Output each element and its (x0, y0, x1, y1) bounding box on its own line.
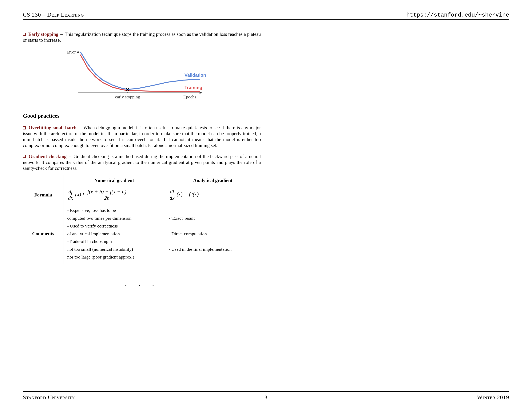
svg-text:Error: Error (66, 50, 76, 55)
chart-svg: ErrorEpochsearly stoppingValidationTrain… (65, 49, 206, 102)
left-column: Early stopping – This regularization tec… (23, 31, 261, 288)
svg-text:early stopping: early stopping (115, 95, 140, 99)
term-overfitting: Overfitting small batch (28, 125, 76, 130)
row-label-comments: Comments (23, 204, 63, 264)
col-numerical: Numerical gradient (63, 175, 165, 186)
svg-text:Training: Training (184, 85, 202, 90)
early-stopping-body: This regularization technique stops the … (23, 32, 261, 43)
dash-separator: – (78, 125, 82, 130)
course-title: CS 230 – Deep Learning (23, 11, 84, 18)
svg-text:Epochs: Epochs (183, 95, 196, 99)
early-stopping-paragraph: Early stopping – This regularization tec… (23, 31, 261, 43)
comments-analytical: - 'Exact' result - Direct computation - … (165, 204, 261, 264)
row-label-formula: Formula (23, 186, 63, 204)
footer-term: Winter 2019 (477, 394, 509, 401)
overfitting-paragraph: Overfitting small batch – When debugging… (23, 125, 261, 149)
early-stopping-chart: ErrorEpochsearly stoppingValidationTrain… (65, 49, 206, 103)
term-gradient-checking: Gradient checking (28, 154, 67, 159)
col-analytical: Analytical gradient (165, 175, 261, 186)
table-comments-row: Comments - Expensive; loss has to be com… (23, 204, 261, 264)
table-header-row: Numerical gradient Analytical gradient (23, 175, 261, 186)
svg-text:Validation: Validation (184, 73, 206, 78)
page-footer: Stanford University 3 Winter 2019 (23, 391, 509, 401)
good-practices-heading: Good practices (23, 112, 261, 119)
dash-separator: – (60, 32, 64, 37)
gradient-table: Numerical gradient Analytical gradient F… (23, 175, 261, 264)
page-number: 3 (265, 394, 267, 401)
term-early-stopping: Early stopping (28, 32, 58, 37)
formula-analytical: dfdx (x) = f ′(x) (165, 186, 261, 204)
comments-numerical: - Expensive; loss has to be computed two… (63, 204, 165, 264)
course-url: https://stanford.edu/~shervine (406, 12, 509, 18)
bookmark-icon (23, 126, 26, 130)
table-empty-header (23, 175, 63, 186)
footer-university: Stanford University (23, 394, 75, 401)
bookmark-icon (23, 33, 26, 36)
table-formula-row: Formula dfdx (x) ≈ f(x + h) − f(x − h)2h… (23, 186, 261, 204)
page-header: CS 230 – Deep Learning https://stanford.… (23, 11, 509, 20)
gradient-checking-paragraph: Gradient checking – Gradient checking is… (23, 153, 261, 171)
bookmark-icon (23, 155, 26, 158)
dash-separator: – (68, 154, 72, 159)
formula-numerical: dfdx (x) ≈ f(x + h) − f(x − h)2h (63, 186, 165, 204)
section-end-stars: ⋆ ⋆ ⋆ (23, 283, 261, 288)
